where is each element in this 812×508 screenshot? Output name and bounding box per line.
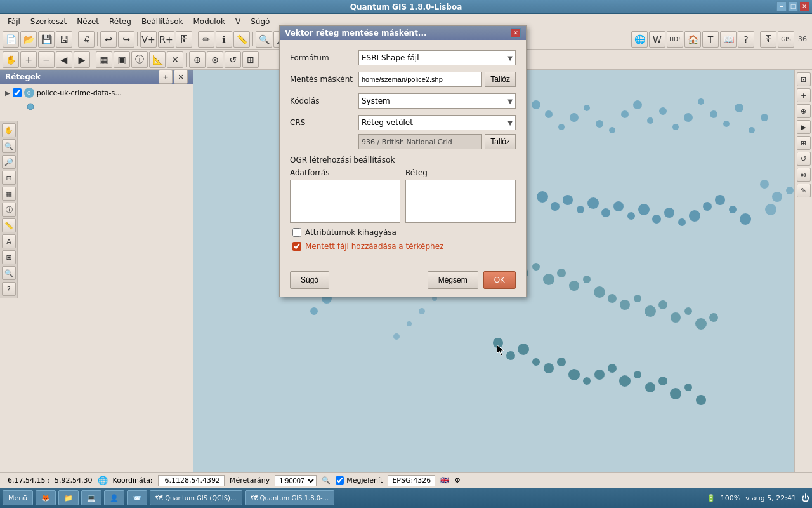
right-tool-7[interactable]: ⊗ [797,168,811,182]
measure-line[interactable]: 📐 [149,51,166,68]
menu-help[interactable]: Súgó [246,16,275,27]
layer-textarea[interactable] [405,180,516,223]
render-checkbox[interactable] [336,476,344,485]
save-as-button[interactable]: 🖫 [56,31,72,48]
qgis-help-button[interactable]: ? [738,31,754,48]
move-feature[interactable]: ⊗ [207,51,223,68]
db2-button[interactable]: 🗄 [760,31,776,48]
edit-button[interactable]: ✏ [198,31,214,48]
close-button[interactable]: ✕ [799,1,809,11]
hand-tool[interactable]: ✋ [3,51,19,68]
taskbar-qgis-1[interactable]: 🗺 Quantum GIS (QGIS)... [150,490,242,505]
ok-button[interactable]: OK [483,271,516,289]
save-project-button[interactable]: 💾 [38,31,55,48]
right-tool-1[interactable]: ⊡ [797,72,811,86]
menu-edit[interactable]: Szerkeszt [25,16,72,27]
skip-attrs-checkbox[interactable] [292,228,301,237]
sidebar-add-button[interactable]: + [159,70,173,84]
deselect-tool[interactable]: ▣ [114,51,130,68]
logout-icon[interactable]: ⏻ [801,493,809,503]
right-tool-3[interactable]: ⊕ [797,104,811,118]
add-vector-button[interactable]: V+ [140,31,157,48]
maximize-button[interactable]: □ [788,1,798,11]
menu-view[interactable]: Nézet [72,16,104,27]
select-tool[interactable]: ▦ [96,51,112,68]
right-tool-5[interactable]: ⊞ [797,136,811,150]
copy-feature[interactable]: ⊞ [242,51,259,68]
coord-label: Koordináta: [113,476,153,485]
open-project-button[interactable]: 📂 [20,31,37,48]
datasource-label: Adatforrás [290,168,400,177]
epsg-badge[interactable]: EPSG:4326 [388,475,435,486]
layer-visibility-checkbox[interactable] [13,88,22,97]
hd-button[interactable]: HD! [667,31,683,48]
print-button[interactable]: 🖨 [78,31,95,48]
add-to-map-checkbox[interactable] [292,242,301,251]
zoom-in-map-tool[interactable]: 🔍 [2,139,16,153]
taskbar-menu[interactable]: Menü [3,490,33,505]
zoom-in-button[interactable]: 🔍 [256,31,272,48]
zoom-out-tool[interactable]: − [38,51,55,68]
next-extent[interactable]: ▶ [74,51,90,68]
extra-button[interactable]: GIS [778,31,794,48]
pan-map-tool[interactable]: ✋ [2,123,16,137]
add-db-button[interactable]: 🗄 [176,31,192,48]
annotation-tool[interactable]: A [2,234,16,248]
crs-dropdown[interactable]: Réteg vetület ▼ [358,115,516,130]
add-raster-button[interactable]: R+ [158,31,174,48]
search-tool[interactable]: 🔍 [2,266,16,280]
menu-modules[interactable]: Modulok [188,16,230,27]
format-combo[interactable]: ESRI Shape fájl ▼ [358,50,516,65]
minimize-button[interactable]: − [776,1,787,11]
zoom-extent-tool[interactable]: ⊡ [2,171,16,185]
right-tool-8[interactable]: ✎ [797,184,811,197]
crs-browse-button[interactable]: Tallóz [485,134,516,149]
layer-item[interactable]: ▶ ⊕ police-uk-crime-data-s... [3,86,190,99]
right-tool-6[interactable]: ↺ [797,152,811,166]
zoom-out-map-tool[interactable]: 🔎 [2,155,16,169]
measure-tool[interactable]: 📏 [2,218,16,232]
taskbar-terminal[interactable]: 💻 [81,490,102,505]
bookmark-button[interactable]: 📖 [720,31,737,48]
select-area-tool[interactable]: ▦ [2,187,16,201]
taskbar-firefox[interactable]: 🦊 [36,490,56,505]
spatial-bookmarks-tool[interactable]: ⊞ [2,250,16,264]
new-project-button[interactable]: 📄 [3,31,19,48]
taskbar-files[interactable]: 📁 [58,490,79,505]
browser-button[interactable]: 🌐 [631,31,648,48]
wms-button[interactable]: W [649,31,665,48]
datasource-textarea[interactable] [290,180,400,223]
tips-tool[interactable]: ? [2,282,16,296]
taskbar-qgis-2[interactable]: 🗺 Quantum GIS 1.8.0-... [245,490,335,505]
edit-node[interactable]: ⊕ [189,51,206,68]
menu-vector[interactable]: V [230,16,246,27]
dialog-close-button[interactable]: ✕ [511,28,521,38]
previous-extent[interactable]: ◀ [56,51,72,68]
identify-feature[interactable]: ⓘ [131,51,148,68]
cancel-button[interactable]: Mégsem [428,271,478,289]
menu-layer[interactable]: Réteg [104,16,136,27]
taskbar-user[interactable]: 👤 [104,490,124,505]
menu-settings[interactable]: Beállítások [136,16,188,27]
identify-button[interactable]: ℹ [216,31,232,48]
scale-select[interactable]: 1:90007 [275,475,317,486]
taskbar-email[interactable]: 📨 [127,490,147,505]
identify-tool[interactable]: ⓘ [2,203,16,217]
right-tool-4[interactable]: ▶ [797,120,811,134]
saveas-browse-button[interactable]: Tallóz [485,72,516,87]
text-button[interactable]: T [702,31,719,48]
encoding-combo[interactable]: System ▼ [358,93,516,109]
redo-button[interactable]: ↪ [118,31,134,48]
measure-button[interactable]: 📏 [233,31,250,48]
home-button[interactable]: 🏠 [684,31,701,48]
crs-row: CRS Réteg vetület ▼ [290,115,516,130]
sidebar-close-button[interactable]: ✕ [174,70,188,84]
menu-file[interactable]: Fájl [3,16,25,27]
rotate-tool[interactable]: ↺ [225,51,241,68]
help-button[interactable]: Súgó [290,271,329,289]
right-tool-2[interactable]: + [797,88,811,102]
undo-button[interactable]: ↩ [100,31,117,48]
delete-button[interactable]: ✕ [167,51,183,68]
saveas-input[interactable] [358,72,482,87]
zoom-in-tool[interactable]: + [20,51,37,68]
